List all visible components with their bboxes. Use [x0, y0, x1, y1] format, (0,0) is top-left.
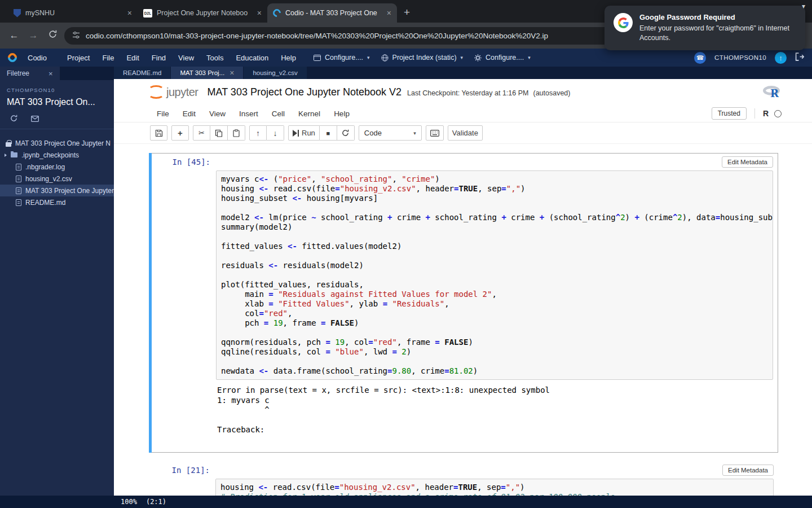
- notebook-title[interactable]: MAT 303 Project One Jupyter Notebook V2: [208, 86, 402, 98]
- jupyter-notebook: jupyter MAT 303 Project One Jupyter Note…: [114, 79, 812, 496]
- nb-menu-kernel[interactable]: Kernel: [292, 110, 327, 118]
- reload-icon[interactable]: [45, 30, 60, 41]
- phone-icon[interactable]: ☎: [694, 52, 706, 64]
- notebook-cells: In [45]:Edit Metadatamyvars c<- ("price"…: [114, 144, 812, 496]
- back-icon[interactable]: ←: [7, 30, 21, 41]
- menu-edit[interactable]: Edit: [120, 54, 145, 62]
- google-logo-icon: [614, 13, 633, 32]
- filetree-sidebar: Filetree × CTHOMPSON10 MAT 303 Project O…: [0, 67, 114, 496]
- main-area: README.md MAT 303 Proj... × housing_v2.c…: [114, 67, 812, 496]
- menu-tools[interactable]: Tools: [200, 54, 230, 62]
- filetree-item-root[interactable]: MAT 303 Project One Jupyter N: [0, 137, 114, 149]
- nb-menu-edit[interactable]: Edit: [176, 110, 202, 118]
- nb-menu-insert[interactable]: Insert: [232, 110, 265, 118]
- restart-icon: [342, 129, 349, 137]
- code-line: housing <- read.csv(file="housing_v2.csv…: [221, 184, 768, 194]
- run-cell-button[interactable]: Run: [288, 125, 320, 141]
- editor-tab-housing-csv[interactable]: housing_v2.csv: [244, 67, 307, 79]
- close-icon[interactable]: ×: [230, 69, 234, 77]
- filetree-item-notebook[interactable]: MAT 303 Project One Jupyter: [0, 185, 114, 196]
- command-palette-button[interactable]: [426, 125, 444, 141]
- code-line: qqnorm(residuals, pch = 19, col="red", f…: [221, 338, 768, 347]
- edit-metadata-button[interactable]: Edit Metadata: [722, 465, 774, 476]
- notebook-cell[interactable]: In [21]:Edit Metadatahousing <- read.csv…: [149, 462, 778, 496]
- restart-kernel-button[interactable]: [337, 125, 355, 141]
- tab-title: Project One Jupyter Noteboo: [157, 9, 253, 17]
- move-cell-down-button[interactable]: ↓: [267, 125, 284, 141]
- project-header: CTHOMPSON10 MAT 303 Project On...: [0, 80, 114, 111]
- menu-education[interactable]: Education: [230, 54, 275, 62]
- project-index-dropdown[interactable]: Project Index (static) ▾: [381, 54, 463, 62]
- code-line: pch = 19, frame = FALSE): [221, 318, 768, 328]
- code-line: xlab = "Fitted Values", ylab = "Residual…: [221, 299, 768, 309]
- filetree-item-label: .nbgrader.log: [25, 163, 65, 171]
- filetree-item-housing-csv[interactable]: housing_v2.csv: [0, 173, 114, 185]
- mail-icon[interactable]: [31, 115, 39, 124]
- username-label: CTHOMPSON10: [714, 54, 766, 61]
- close-icon[interactable]: ×: [387, 9, 391, 17]
- tab-title: mySNHU: [25, 9, 123, 17]
- cell-code-input[interactable]: myvars c<- ("price", "school_rating", "c…: [216, 170, 773, 380]
- codio-favicon: [271, 7, 283, 19]
- password-notification[interactable]: Google Password Required Enter your pass…: [604, 6, 805, 50]
- validate-button[interactable]: Validate: [448, 125, 483, 141]
- cell-toolbar: In [45]:Edit Metadata: [153, 156, 773, 168]
- configure-left-label: Configure....: [325, 54, 363, 62]
- cell-code-input[interactable]: housing <- read.csv(file="housing_v2.csv…: [215, 479, 774, 496]
- notebook-cell[interactable]: In [45]:Edit Metadatamyvars c<- ("price"…: [149, 153, 778, 453]
- run-icon: [293, 130, 299, 137]
- move-cell-up-button[interactable]: ↑: [249, 125, 267, 141]
- menu-find[interactable]: Find: [145, 54, 172, 62]
- editor-tab-label: MAT 303 Proj...: [180, 69, 224, 76]
- code-line: [221, 251, 768, 261]
- cut-cell-button[interactable]: ✂: [193, 125, 210, 141]
- menu-project[interactable]: Project: [61, 54, 96, 62]
- browser-tab-codio[interactable]: Codio - MAT 303 Project One ×: [267, 3, 397, 23]
- filetree-item-nbgrader-log[interactable]: .nbgrader.log: [0, 161, 114, 173]
- nb-menu-view[interactable]: View: [202, 110, 232, 118]
- nb-menu-help[interactable]: Help: [327, 110, 356, 118]
- filetree-tab[interactable]: Filetree ×: [0, 67, 60, 80]
- nb-menu-cell[interactable]: Cell: [265, 110, 292, 118]
- editor-tab-notebook[interactable]: MAT 303 Proj... ×: [171, 67, 244, 79]
- exit-icon[interactable]: [795, 52, 804, 63]
- menu-view[interactable]: View: [172, 54, 200, 62]
- interrupt-kernel-button[interactable]: ■: [320, 125, 337, 141]
- browser-tab-d2l[interactable]: D2L Project One Jupyter Noteboo ×: [138, 3, 267, 23]
- edit-metadata-button[interactable]: Edit Metadata: [722, 156, 773, 168]
- arrow-up-circle-icon[interactable]: ↑: [775, 52, 787, 64]
- file-icon: [16, 199, 21, 206]
- configure-right-dropdown[interactable]: Configure.... ▾: [474, 54, 531, 62]
- output-line: Traceback:: [217, 425, 772, 435]
- menu-codio[interactable]: Codio: [21, 54, 53, 62]
- cell-type-select[interactable]: Code ▾: [359, 125, 422, 141]
- refresh-icon[interactable]: [10, 115, 17, 124]
- chevron-down-icon[interactable]: ▾: [802, 2, 805, 10]
- save-button[interactable]: [150, 125, 167, 141]
- close-icon[interactable]: ×: [48, 69, 53, 78]
- arrow-down-icon: ↓: [273, 129, 277, 138]
- kernel-status-icon: [774, 110, 782, 117]
- close-icon[interactable]: ×: [257, 9, 262, 17]
- insert-cell-button[interactable]: +: [171, 125, 189, 141]
- browser-tab-mysnhu[interactable]: mySNHU ×: [8, 3, 138, 23]
- caret-down-icon: ▾: [528, 55, 531, 60]
- filetree-item-checkpoints[interactable]: .ipynb_checkpoints: [0, 149, 114, 161]
- filetree-item-readme[interactable]: README.md: [0, 196, 114, 208]
- tune-icon[interactable]: [72, 31, 80, 41]
- nb-menu-file[interactable]: File: [150, 110, 176, 118]
- forward-icon[interactable]: →: [26, 30, 41, 41]
- copy-cell-button[interactable]: [210, 125, 228, 141]
- menu-file[interactable]: File: [96, 54, 120, 62]
- codio-logo-icon: [6, 51, 19, 64]
- trusted-badge[interactable]: Trusted: [712, 107, 747, 120]
- expand-arrow-icon[interactable]: [5, 154, 7, 157]
- new-tab-icon[interactable]: +: [404, 7, 410, 17]
- cell-prompt: In [21]:: [152, 466, 212, 475]
- configure-left-dropdown[interactable]: Configure.... ▾: [314, 54, 370, 62]
- paste-cell-button[interactable]: [228, 125, 245, 141]
- editor-tab-readme[interactable]: README.md: [114, 67, 171, 79]
- editor-tab-strip: README.md MAT 303 Proj... × housing_v2.c…: [114, 67, 812, 79]
- close-icon[interactable]: ×: [127, 9, 132, 17]
- menu-help[interactable]: Help: [275, 54, 302, 62]
